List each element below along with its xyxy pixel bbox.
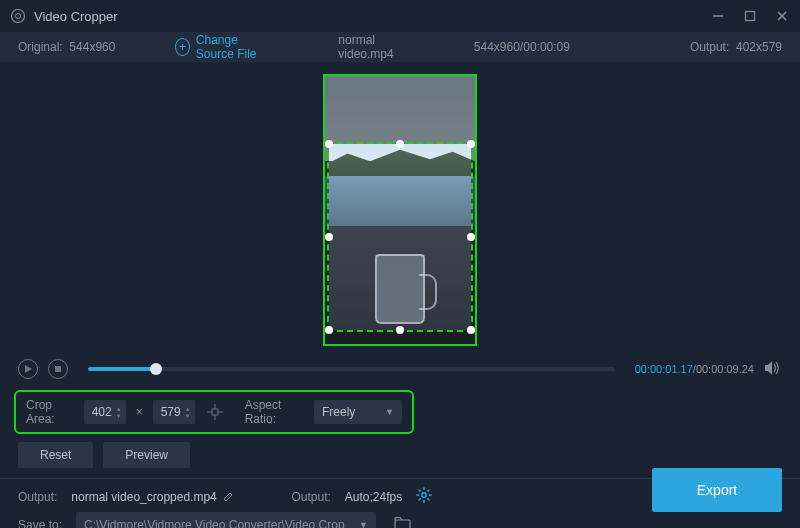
chevron-down-icon: ▼ [385,407,394,417]
playback-bar: 00:00:01.17/00:00:09.24 [0,352,800,386]
svg-line-21 [428,490,430,492]
timeline-slider[interactable] [88,367,615,371]
change-source-button[interactable]: + Change Source File [175,33,278,61]
height-down[interactable]: ▼ [185,413,191,419]
svg-line-20 [428,498,430,500]
crop-handle-bottom-left[interactable] [325,326,333,334]
app-logo-icon [10,8,26,24]
preview-button[interactable]: Preview [103,442,190,468]
minimize-button[interactable] [710,8,726,24]
chevron-down-icon: ▼ [359,520,368,528]
crop-area-label: Crop Area: [26,398,74,426]
crop-handle-top-left[interactable] [325,140,333,148]
svg-marker-6 [25,365,32,373]
output-settings-label: Output: [291,490,330,504]
width-up[interactable]: ▲ [116,406,122,412]
svg-rect-7 [55,366,61,372]
plus-circle-icon: + [175,38,189,56]
volume-icon[interactable] [764,361,782,378]
source-dimensions: 544x960/00:00:09 [474,40,570,54]
crop-handle-bottom-mid[interactable] [396,326,404,334]
svg-line-22 [419,498,421,500]
svg-point-0 [12,10,25,23]
output-res: Output: 402x579 [690,40,782,54]
maximize-button[interactable] [742,8,758,24]
height-up[interactable]: ▲ [185,406,191,412]
info-bar: Original: 544x960 + Change Source File n… [0,32,800,62]
svg-point-1 [16,14,21,19]
times-icon: × [136,405,143,419]
svg-rect-23 [395,520,410,529]
play-button[interactable] [18,359,38,379]
timeline-thumb[interactable] [150,363,162,375]
crop-handle-top-right[interactable] [467,140,475,148]
window-title: Video Cropper [34,9,710,24]
time-display: 00:00:01.17/00:00:09.24 [635,363,754,375]
svg-line-19 [419,490,421,492]
output-settings-value: Auto;24fps [345,490,402,504]
svg-point-14 [422,493,426,497]
crop-height-input[interactable]: 579 ▲▼ [153,400,195,424]
crop-width-input[interactable]: 402 ▲▼ [84,400,126,424]
original-res: Original: 544x960 [18,40,115,54]
aspect-ratio-select[interactable]: Freely ▼ [314,400,402,424]
video-frame[interactable] [323,74,477,346]
window-controls [710,8,790,24]
open-folder-icon[interactable] [394,517,412,529]
gear-icon[interactable] [416,487,432,506]
svg-rect-3 [746,12,755,21]
width-down[interactable]: ▼ [116,413,122,419]
stop-button[interactable] [48,359,68,379]
source-filename: normal video.mp4 [338,33,413,61]
reset-button[interactable]: Reset [18,442,93,468]
svg-marker-8 [765,361,772,375]
titlebar: Video Cropper [0,0,800,32]
output-filename: normal video_cropped.mp4 [71,490,233,504]
save-to-label: Save to: [18,518,62,528]
save-path-select[interactable]: C:\Vidmore\Vidmore Video Converter\Video… [76,512,376,528]
crop-handle-top-mid[interactable] [396,140,404,148]
crop-handle-mid-right[interactable] [467,233,475,241]
crop-handle-bottom-right[interactable] [467,326,475,334]
preview-area [0,62,800,352]
svg-rect-13 [212,409,218,415]
close-button[interactable] [774,8,790,24]
action-row: Reset Preview [0,434,800,468]
aspect-ratio-label: Aspect Ratio: [245,398,304,426]
center-crop-icon[interactable] [205,400,225,424]
crop-handle-mid-left[interactable] [325,233,333,241]
crop-rectangle[interactable] [327,142,473,332]
export-button[interactable]: Export [652,468,782,512]
crop-controls-panel: Crop Area: 402 ▲▼ × 579 ▲▼ Aspect Ratio:… [14,390,414,434]
output-file-label: Output: [18,490,57,504]
